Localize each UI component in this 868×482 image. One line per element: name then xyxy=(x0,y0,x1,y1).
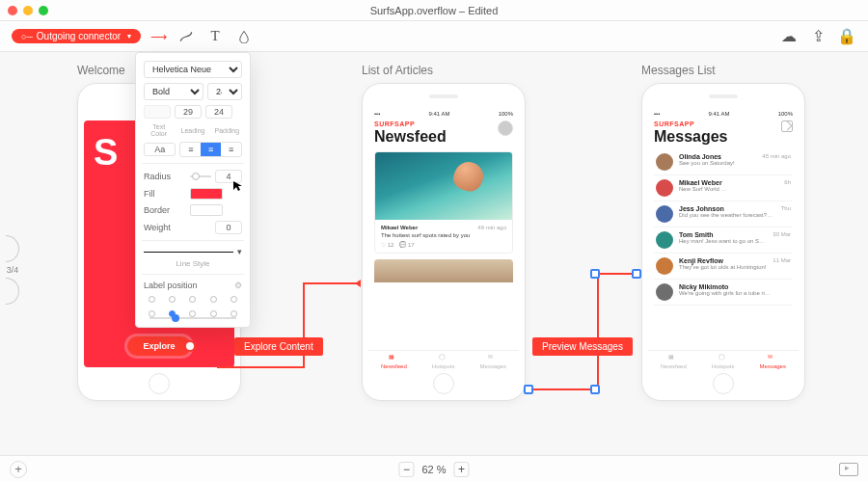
align-right-icon[interactable]: ≡ xyxy=(221,143,241,156)
connector-handle-icon[interactable] xyxy=(590,385,600,394)
message-preview: Did you see the weather forecast?… xyxy=(679,212,775,218)
phone-home-button-icon xyxy=(713,373,734,394)
design-canvas[interactable]: 3/4 Welcome S D text ut labor Explore Li… xyxy=(0,52,868,455)
connector-handle-icon[interactable] xyxy=(590,269,600,279)
radius-label: Radius xyxy=(144,172,186,181)
line-style-caption: Line Style xyxy=(144,259,242,268)
tab-newsfeed[interactable]: ▦Newsfeed xyxy=(381,353,407,369)
connector-handle-icon[interactable] xyxy=(632,269,641,279)
padding-caption: Padding xyxy=(212,127,242,134)
leading-caption: Leading xyxy=(177,127,207,134)
drop-tool-icon[interactable] xyxy=(234,27,254,46)
article-time: 49 min ago xyxy=(477,225,506,230)
radius-slider[interactable] xyxy=(190,175,211,177)
connector-handle-icon[interactable] xyxy=(524,385,533,394)
traffic-lights xyxy=(8,6,48,15)
message-name: Tom Smith xyxy=(679,231,767,238)
phone-frame: •••9:41 AM100% SURFSAPP Messages Olinda … xyxy=(641,83,805,401)
close-window-icon[interactable] xyxy=(8,6,17,15)
message-time: Thu xyxy=(781,205,791,211)
add-page-button[interactable]: + xyxy=(10,461,27,478)
phone-home-button-icon xyxy=(149,373,170,394)
screen-heading: Newsfeed xyxy=(374,128,447,146)
label-position-grid[interactable] xyxy=(146,296,240,317)
app-footer: + − 62 % + xyxy=(0,455,868,482)
tab-hotspots[interactable]: ◯Hotspots xyxy=(432,353,455,369)
artboard-title: List of Articles xyxy=(362,64,526,77)
tab-hotspots[interactable]: ◯Hotspots xyxy=(712,353,735,369)
padding-input[interactable]: 24 xyxy=(205,105,232,119)
tab-newsfeed[interactable]: ▦Newsfeed xyxy=(661,353,687,369)
messages-list: Olinda JonesSee you on Saturday!45 min a… xyxy=(654,149,793,306)
avatar xyxy=(656,283,673,301)
article-image xyxy=(375,152,512,220)
zoom-window-icon[interactable] xyxy=(39,6,48,15)
text-color-swatch[interactable] xyxy=(144,105,171,119)
connector-arrow-icon: ⟶ xyxy=(150,30,167,43)
page-indicator[interactable]: 3/4 xyxy=(6,235,19,305)
phone-frame: •••9:41 AM100% SURFSAPP Newsfeed Mikael … xyxy=(362,83,526,401)
text-color-caption: Text Color xyxy=(144,123,174,137)
avatar xyxy=(656,153,673,171)
message-row[interactable]: Tom SmithHey man! Jess want to go on Sat… xyxy=(654,228,793,254)
article-peek-image xyxy=(374,259,513,282)
zoom-out-button[interactable]: − xyxy=(398,462,414,477)
article-card[interactable]: Mikael Weber 49 min ago The hottest surf… xyxy=(374,151,513,254)
gear-icon[interactable]: ⚙ xyxy=(234,281,242,290)
artboard-title: Messages List xyxy=(641,64,805,77)
cloud-icon[interactable]: ☁ xyxy=(779,27,799,46)
tab-bar: ▦Newsfeed ◯Hotspots ✉Messages xyxy=(368,350,519,371)
font-size-select[interactable]: 24 xyxy=(207,83,242,100)
message-row[interactable]: Kenji RevflowThey've got lot olds at Hun… xyxy=(654,254,793,280)
lock-icon[interactable]: 🔒 xyxy=(837,27,856,46)
zoom-in-button[interactable]: + xyxy=(454,462,470,477)
explore-button[interactable]: Explore xyxy=(127,336,190,356)
text-align-segmented[interactable]: ≡ ≡ ≡ xyxy=(179,142,242,157)
align-left-icon[interactable]: ≡ xyxy=(180,143,201,156)
text-transform-button[interactable]: Aa xyxy=(144,143,176,156)
weight-value[interactable]: 0 xyxy=(215,221,242,234)
message-row[interactable]: Mikael WeberNew Surf World …6h xyxy=(654,175,793,201)
screen-heading: Messages xyxy=(654,128,728,146)
message-name: Olinda Jones xyxy=(679,153,756,160)
connector-s-tool-icon[interactable] xyxy=(176,27,196,46)
outgoing-connector-pill[interactable]: ○─Outgoing connector xyxy=(12,29,141,43)
fill-swatch[interactable] xyxy=(190,188,223,200)
message-preview: See you on Saturday! xyxy=(679,160,756,166)
line-style-dropdown-icon[interactable]: ▾ xyxy=(237,247,242,256)
tab-messages[interactable]: ✉Messages xyxy=(760,353,786,369)
share-icon[interactable]: ⇪ xyxy=(808,27,827,46)
tab-messages[interactable]: ✉Messages xyxy=(480,353,506,369)
line-style-preview xyxy=(144,252,233,253)
message-row[interactable]: Nicky MikimotoWe're going with girls for… xyxy=(654,280,793,306)
avatar xyxy=(656,179,673,197)
welcome-logo-letter: S xyxy=(94,134,118,171)
message-row[interactable]: Jess JohnsonDid you see the weather fore… xyxy=(654,201,793,228)
message-row[interactable]: Olinda JonesSee you on Saturday!45 min a… xyxy=(654,149,793,175)
border-swatch[interactable] xyxy=(190,204,223,216)
message-time: 45 min ago xyxy=(762,153,791,159)
message-name: Kenji Revflow xyxy=(679,257,767,264)
font-weight-select[interactable]: Bold xyxy=(144,83,203,100)
window-title: SurfsApp.overflow – Edited xyxy=(370,5,499,16)
app-eyebrow: SURFSAPP xyxy=(654,120,728,127)
compose-icon[interactable] xyxy=(781,120,793,132)
present-button[interactable] xyxy=(839,463,858,476)
message-preview: They've got lot olds at Huntington! xyxy=(679,264,767,270)
connector-label-explore[interactable]: Explore Content xyxy=(234,337,323,356)
app-eyebrow: SURFSAPP xyxy=(374,120,447,127)
zoom-control: − 62 % + xyxy=(398,462,469,477)
message-time: 30 Mar xyxy=(773,231,791,237)
connector-label-preview[interactable]: Preview Messages xyxy=(532,337,633,356)
font-family-select[interactable]: Helvetica Neue xyxy=(144,61,242,78)
align-center-icon[interactable]: ≡ xyxy=(201,143,221,156)
avatar[interactable] xyxy=(498,120,513,136)
text-tool-icon[interactable]: T xyxy=(205,27,225,46)
minimize-window-icon[interactable] xyxy=(23,6,33,15)
phone-speaker-icon xyxy=(709,94,738,98)
radius-value[interactable]: 4 xyxy=(215,170,242,183)
label-position-label: Label position xyxy=(144,281,198,290)
leading-input[interactable]: 29 xyxy=(175,105,202,119)
artboard-messages[interactable]: Messages List •••9:41 AM100% SURFSAPP Me… xyxy=(641,64,805,401)
artboard-articles[interactable]: List of Articles •••9:41 AM100% SURFSAPP… xyxy=(362,64,526,401)
